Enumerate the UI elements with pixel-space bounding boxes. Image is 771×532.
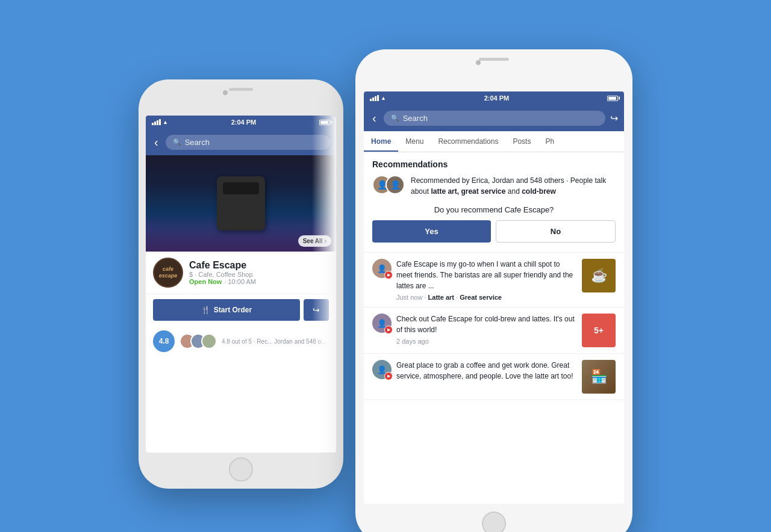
tab-recommendations[interactable]: Recommendations <box>431 131 505 152</box>
nav-bar-front: ‹ 🔍 Search ↪ <box>364 105 624 131</box>
cafe-rating: 4.8 4.8 out of 5 · Rec... Jordan and 548… <box>146 326 336 357</box>
review-avatar-3: 👤 ▶ <box>372 360 392 379</box>
review-content-2: Check out Cafe Escape for cold-brew and … <box>396 314 577 345</box>
wifi-icon: ▲ <box>163 119 168 125</box>
status-time-front: 2:04 PM <box>484 94 510 102</box>
recommend-buttons: Yes No <box>372 220 616 243</box>
cafe-category: $ · Cafe, Coffee Shop <box>189 271 329 278</box>
back-button-front[interactable]: ‹ <box>370 111 379 125</box>
cafe-details: Cafe Escape $ · Cafe, Coffee Shop Open N… <box>189 260 329 285</box>
battery-icon-front <box>607 96 618 101</box>
review-text-1: Cafe Escape is my go-to when I want a ch… <box>396 259 577 291</box>
review-avatar-1: 👤 ▶ <box>372 259 392 278</box>
start-order-button[interactable]: 🍴 Start Order <box>153 299 300 321</box>
phone-front: ▲ 2:04 PM ‹ 🔍 <box>355 49 632 532</box>
recommend-question: Do you recommend Cafe Escape? <box>372 205 616 214</box>
rec-text: Recommended by Erica, Jordan and 548 oth… <box>411 175 616 197</box>
tab-home[interactable]: Home <box>364 131 398 152</box>
review-meta-2: 2 days ago <box>396 338 577 345</box>
review-item-3: 👤 ▶ Great place to grab a coffee and get… <box>364 354 624 400</box>
review-text-2: Check out Cafe Escape for cold-brew and … <box>396 314 577 335</box>
share-button-front[interactable]: ↪ <box>610 113 618 124</box>
home-button-front[interactable] <box>482 512 506 532</box>
nav-bar-back: ‹ 🔍 Search <box>146 129 336 155</box>
rec-avatar-2: 👤 <box>386 175 405 194</box>
home-button-back[interactable] <box>229 457 253 481</box>
review-badge-2: ▶ <box>384 326 393 334</box>
review-content-1: Cafe Escape is my go-to when I want a ch… <box>396 259 577 301</box>
content-area: Recommendations 👤 👤 <box>364 152 624 504</box>
share-action-button[interactable]: ↪ <box>304 299 329 321</box>
see-all-button[interactable]: See All › <box>298 235 331 247</box>
camera-front <box>476 60 481 65</box>
screen-front: ▲ 2:04 PM ‹ 🔍 <box>364 91 624 504</box>
review-avatar-2: 👤 ▶ <box>372 314 392 333</box>
speaker-front <box>479 58 509 61</box>
screen-back: ▲ 2:04 PM ‹ 🔍 <box>146 116 336 453</box>
search-icon-front: 🔍 <box>391 114 399 122</box>
espresso-machine <box>217 176 265 230</box>
cafe-name: Cafe Escape <box>189 260 329 271</box>
rating-avatars <box>179 333 217 349</box>
recommendations-section: Recommendations 👤 👤 <box>364 152 624 253</box>
review-content-3: Great place to grab a coffee and get wor… <box>396 360 577 384</box>
rec-avatars: 👤 👤 <box>372 175 405 194</box>
cafe-actions: 🍴 Start Order ↪ <box>146 294 336 326</box>
review-text-3: Great place to grab a coffee and get wor… <box>396 360 577 382</box>
signal-icon-front <box>370 95 379 101</box>
wifi-icon-front: ▲ <box>381 95 386 101</box>
review-item-1: 👤 ▶ Cafe Escape is my go-to when I want … <box>364 253 624 308</box>
tab-posts[interactable]: Posts <box>505 131 538 152</box>
review-badge-3: ▶ <box>384 372 393 380</box>
cafe-hero-image: See All › <box>146 155 336 252</box>
camera-back <box>223 90 228 95</box>
avatar-3 <box>201 333 217 349</box>
search-text-back: Search <box>185 138 210 147</box>
search-bar-back[interactable]: 🔍 Search <box>166 135 330 150</box>
review-thumb-2: 5+ <box>582 314 616 347</box>
yes-button[interactable]: Yes <box>372 220 491 243</box>
open-time: · 10:00 AM <box>224 278 256 285</box>
tab-photos[interactable]: Ph <box>538 131 561 152</box>
search-text-front: Search <box>403 114 428 123</box>
open-status: Open Now <box>189 278 222 285</box>
review-meta-1: Just now · Latte art · Great service <box>396 294 577 301</box>
cafe-status: Open Now · 10:00 AM <box>189 278 329 285</box>
no-button[interactable]: No <box>496 220 616 243</box>
status-bar-front: ▲ 2:04 PM <box>364 91 624 105</box>
signal-icon <box>152 119 161 125</box>
phone-back: ▲ 2:04 PM ‹ 🔍 <box>139 79 343 489</box>
status-bar-back: ▲ 2:04 PM <box>146 116 336 129</box>
review-thumb-1: ☕ <box>582 259 616 292</box>
tabs-bar: Home Menu Recommendations Posts Ph <box>364 131 624 152</box>
rec-summary: 👤 👤 Recommended by Erica, Jordan and 548… <box>372 175 616 197</box>
review-badge-1: ▶ <box>384 271 393 279</box>
rating-text: 4.8 out of 5 · Rec... Jordan and 548 o..… <box>222 338 329 345</box>
tab-menu[interactable]: Menu <box>398 131 431 152</box>
back-button-back[interactable]: ‹ <box>152 135 161 149</box>
section-title: Recommendations <box>372 159 616 169</box>
review-item-2: 👤 ▶ Check out Cafe Escape for cold-brew … <box>364 308 624 354</box>
review-thumb-3: 🏪 <box>582 360 616 394</box>
battery-icon-back <box>319 120 330 125</box>
rating-badge: 4.8 <box>153 330 175 352</box>
search-bar-front[interactable]: 🔍 Search <box>384 111 605 126</box>
status-time-back: 2:04 PM <box>231 119 257 126</box>
search-icon-back: 🔍 <box>173 138 181 146</box>
speaker-back <box>229 88 253 91</box>
cafe-logo: cafeescape <box>153 258 183 288</box>
cafe-info-section: cafeescape Cafe Escape $ · Cafe, Coffee … <box>146 252 336 294</box>
